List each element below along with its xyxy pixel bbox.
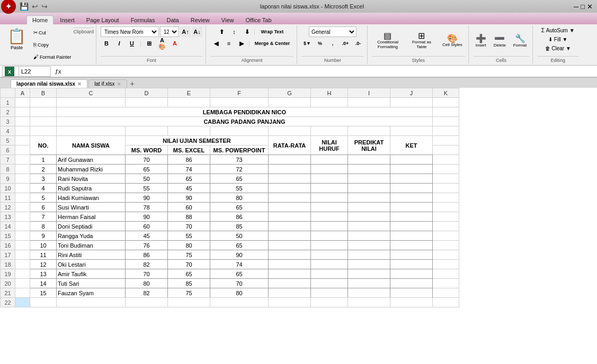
header-rata-rata[interactable]: RATA-RATA xyxy=(269,136,311,155)
cell-a14[interactable] xyxy=(15,222,30,231)
cell-excel-16[interactable]: 80 xyxy=(168,241,210,250)
font-increase-button[interactable]: A↑ xyxy=(180,26,191,37)
cell-a13[interactable] xyxy=(15,212,30,222)
cell-nama-19[interactable]: Amir Taufik xyxy=(57,269,126,279)
formula-input[interactable] xyxy=(66,67,595,76)
delete-button[interactable]: ➖ Delete xyxy=(491,33,509,49)
cell-ppt-13[interactable]: 86 xyxy=(210,212,269,222)
fill-button[interactable]: ⬇ Fill ▼ xyxy=(546,35,569,43)
cell-ppt-8[interactable]: 72 xyxy=(210,165,269,174)
font-size-select[interactable]: 12 xyxy=(160,26,179,37)
cell-excel-7[interactable]: 86 xyxy=(168,155,210,165)
cell-k8[interactable] xyxy=(433,165,459,174)
col-header-j[interactable]: J xyxy=(390,88,433,98)
cell-excel-19[interactable]: 65 xyxy=(168,269,210,279)
comma-button[interactable]: , xyxy=(327,38,338,49)
cell-predikat-16[interactable] xyxy=(348,241,390,250)
cell-excel-10[interactable]: 45 xyxy=(168,184,210,193)
cell-huruf-15[interactable] xyxy=(311,231,348,241)
col-header-i[interactable]: I xyxy=(348,88,390,98)
cell-k20[interactable] xyxy=(433,279,459,288)
cell-predikat-13[interactable] xyxy=(348,212,390,222)
fill-color-button[interactable]: A🎨 xyxy=(156,38,168,49)
cell-nama-13[interactable]: Herman Faisal xyxy=(57,212,126,222)
cell-no-17[interactable]: 11 xyxy=(30,250,57,260)
cell-no-10[interactable]: 4 xyxy=(30,184,57,193)
redo-button[interactable]: ↪ xyxy=(41,2,48,11)
cell-ket-12[interactable] xyxy=(390,203,433,212)
format-painter-button[interactable]: 🖌Format Painter xyxy=(31,53,74,61)
cell-ppt-20[interactable]: 70 xyxy=(210,279,269,288)
cell-nama-8[interactable]: Muhammad Rizki xyxy=(57,165,126,174)
office-button[interactable]: ✦ xyxy=(1,0,16,14)
cell-j4[interactable] xyxy=(390,126,433,136)
cell-excel-11[interactable]: 90 xyxy=(168,193,210,203)
cell-k12[interactable] xyxy=(433,203,459,212)
cell-huruf-18[interactable] xyxy=(311,260,348,269)
minimize-button[interactable]: ─ xyxy=(574,3,578,11)
cell-excel-8[interactable]: 74 xyxy=(168,165,210,174)
cell-d4[interactable] xyxy=(126,126,168,136)
col-header-f[interactable]: F xyxy=(210,88,269,98)
cell-no-13[interactable]: 7 xyxy=(30,212,57,222)
cell-k4[interactable] xyxy=(433,126,459,136)
header-nilai-group[interactable]: NILAI UJIAN SEMESTER xyxy=(126,136,269,145)
cell-ppt-7[interactable]: 73 xyxy=(210,155,269,165)
cell-huruf-14[interactable] xyxy=(311,222,348,231)
cell-huruf-19[interactable] xyxy=(311,269,348,279)
align-middle-button[interactable]: ↕ xyxy=(228,26,240,37)
cell-word-14[interactable]: 60 xyxy=(126,222,168,231)
cell-a10[interactable] xyxy=(15,184,30,193)
cell-k9[interactable] xyxy=(433,174,459,184)
cell-nama-12[interactable]: Susi Winarti xyxy=(57,203,126,212)
tab-data[interactable]: Data xyxy=(161,16,184,24)
sheet-close-icon[interactable]: ✕ xyxy=(117,81,121,87)
cell-word-21[interactable]: 82 xyxy=(126,288,168,298)
cell-huruf-9[interactable] xyxy=(311,174,348,184)
cell-rata-19[interactable] xyxy=(269,269,311,279)
cell-predikat-14[interactable] xyxy=(348,222,390,231)
cell-ket-9[interactable] xyxy=(390,174,433,184)
header-ket[interactable]: KET xyxy=(390,136,433,155)
cell-no-18[interactable]: 12 xyxy=(30,260,57,269)
tab-view[interactable]: View xyxy=(216,16,239,24)
cell-word-10[interactable]: 55 xyxy=(126,184,168,193)
merge-center-button[interactable]: Merge & Center xyxy=(251,38,293,49)
cell-rata-14[interactable] xyxy=(269,222,311,231)
cell-word-11[interactable]: 90 xyxy=(126,193,168,203)
cell-nama-16[interactable]: Toni Budiman xyxy=(57,241,126,250)
cell-k7[interactable] xyxy=(433,155,459,165)
cell-word-17[interactable]: 86 xyxy=(126,250,168,260)
cell-k15[interactable] xyxy=(433,231,459,241)
cell-no-14[interactable]: 8 xyxy=(30,222,57,231)
sheet-tab-latif[interactable]: lat if.xlsx ✕ xyxy=(88,79,127,88)
cell-b2[interactable] xyxy=(30,107,57,117)
sheet-tab-laporan[interactable]: laporan nilai siswa.xlsx ✕ xyxy=(11,79,87,88)
cell-k14[interactable] xyxy=(433,222,459,231)
cell-rata-9[interactable] xyxy=(269,174,311,184)
increase-decimal-button[interactable]: .0+ xyxy=(340,38,351,49)
cell-ppt-11[interactable]: 80 xyxy=(210,193,269,203)
cell-k16[interactable] xyxy=(433,241,459,250)
header-nama[interactable]: NAMA SISWA xyxy=(57,136,126,155)
cell-word-9[interactable]: 50 xyxy=(126,174,168,184)
cell-nama-7[interactable]: Arif Gunawan xyxy=(57,155,126,165)
header-ms-ppt[interactable]: MS. POWERPOINT xyxy=(210,145,269,155)
cell-g4[interactable] xyxy=(269,126,311,136)
align-bottom-button[interactable]: ⬇ xyxy=(241,26,253,37)
header-ms-word[interactable]: MS. WORD xyxy=(126,145,168,155)
col-header-h[interactable]: H xyxy=(311,88,348,98)
cell-b3[interactable] xyxy=(30,117,57,126)
cell-no-11[interactable]: 5 xyxy=(30,193,57,203)
cell-predikat-17[interactable] xyxy=(348,250,390,260)
cell-a5[interactable] xyxy=(15,136,30,145)
cell-word-18[interactable]: 82 xyxy=(126,260,168,269)
col-header-b[interactable]: B xyxy=(30,88,57,98)
cell-word-19[interactable]: 70 xyxy=(126,269,168,279)
cell-excel-14[interactable]: 70 xyxy=(168,222,210,231)
cell-j1[interactable] xyxy=(390,98,433,107)
cell-predikat-9[interactable] xyxy=(348,174,390,184)
cell-no-15[interactable]: 9 xyxy=(30,231,57,241)
wrap-text-button[interactable]: Wrap Text xyxy=(256,26,288,37)
cell-ppt-17[interactable]: 90 xyxy=(210,250,269,260)
